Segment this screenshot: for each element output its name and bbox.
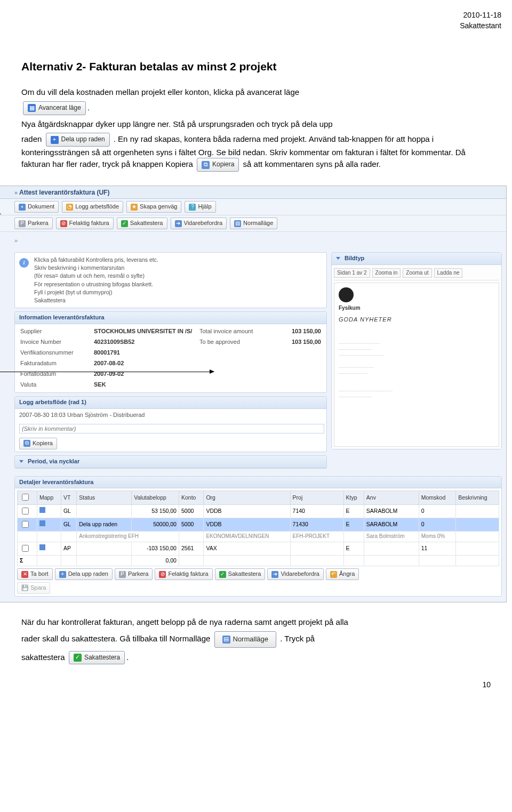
- error-icon: ⊘: [60, 220, 67, 227]
- row-checkbox[interactable]: [22, 545, 29, 552]
- instruction-tip: i Klicka på fakturabild Kontrollera pris…: [14, 252, 327, 308]
- chevron-icon[interactable]: »: [14, 237, 18, 245]
- advanced-mode-label: Avancerat läge: [38, 103, 81, 112]
- save-icon: 💾: [21, 584, 28, 591]
- action-felaktig[interactable]: ⊘Felaktig faktura: [56, 218, 114, 229]
- table-row-selected[interactable]: GL Dela upp raden 50000,00 5000 VDDB 714…: [18, 518, 499, 531]
- check-icon: ✓: [219, 571, 226, 578]
- split-row-label: Dela upp raden: [61, 135, 105, 144]
- bottom-para3b: .: [126, 652, 129, 661]
- para1-tail: .: [87, 103, 90, 112]
- doc-title: Alternativ 2- Fakturan betalas av minst …: [21, 59, 491, 75]
- forward-button[interactable]: ➜Vidarebefordra: [267, 568, 324, 580]
- save-button[interactable]: 💾Spara: [17, 582, 50, 594]
- row-checkbox[interactable]: [22, 521, 29, 528]
- star-icon: ★: [131, 204, 138, 211]
- log-icon: ◔: [66, 204, 73, 211]
- info-panel-title: Information leverantörsfaktura: [19, 313, 105, 322]
- chevron-down-icon: [19, 460, 23, 463]
- park-icon: P: [119, 571, 126, 578]
- error-icon: ⊘: [159, 571, 166, 578]
- period-panel[interactable]: Period, via nycklar: [14, 455, 327, 469]
- park-button[interactable]: PParkera: [115, 568, 153, 580]
- copy-icon: ⧉: [202, 161, 210, 169]
- action-normallage[interactable]: ▤Normalläge: [230, 218, 277, 229]
- zoom-in-button[interactable]: Zooma in: [372, 268, 401, 278]
- log-entry: 2007-08-30 18:03 Urban Sjöström - Distri…: [15, 409, 326, 422]
- log-title: Logg arbetsflöde (rad 1): [15, 397, 326, 409]
- header-role: Sakattestant: [460, 20, 501, 31]
- folder-icon[interactable]: [39, 507, 45, 513]
- undo-button[interactable]: ↶Ångra: [326, 568, 359, 580]
- info-panel: Information leverantörsfaktura SupplierS…: [14, 311, 327, 393]
- plus-icon: +: [51, 136, 59, 144]
- forward-icon: ➜: [175, 220, 182, 227]
- table-row[interactable]: AP -103 150,00 2561 VAX E 11: [18, 542, 499, 555]
- split-row-button-inline[interactable]: + Dela upp raden: [46, 133, 110, 146]
- info-icon: i: [19, 258, 29, 268]
- folder-icon[interactable]: [39, 544, 45, 550]
- copy-icon: ⧉: [23, 440, 30, 447]
- chevron-icon[interactable]: »: [14, 189, 18, 197]
- action-vidarebefordra[interactable]: ➜Vidarebefordra: [171, 218, 227, 229]
- header-date: 2010-11-18: [460, 10, 501, 20]
- attest-label: Sakattestera: [84, 653, 120, 662]
- advanced-mode-button-inline[interactable]: ▦ Avancerat läge: [23, 101, 86, 115]
- window-title: Attest leverantörsfaktura (UF): [19, 189, 109, 196]
- check-icon: ✓: [74, 654, 82, 662]
- detail-table: Mapp VT Status Valutabelopp Konto Org Pr…: [17, 491, 499, 566]
- normal-mode-button-inline[interactable]: ▤ Normalläge: [214, 631, 276, 648]
- check-icon: ✓: [121, 220, 128, 227]
- toolbar-genvag[interactable]: ★Skapa genväg: [126, 201, 181, 213]
- error-button[interactable]: ⊘Felaktig faktura: [155, 568, 212, 580]
- zoom-out-button[interactable]: Zooma ut: [403, 268, 431, 278]
- annotation-arrow: [0, 372, 214, 372]
- attest-button[interactable]: ✓Sakattestera: [215, 568, 266, 580]
- copy-button-inline[interactable]: ⧉ Kopiera: [197, 158, 239, 171]
- page-indicator: Sidan 1 av 2: [334, 268, 370, 278]
- folder-icon[interactable]: [39, 520, 45, 526]
- normal-icon: ▤: [222, 636, 230, 644]
- invoice-image[interactable]: Fysikum GODA NYHETER –––––––––––––––––––…: [334, 283, 499, 447]
- undo-icon: ↶: [330, 571, 337, 578]
- copy-label: Kopiera: [212, 160, 234, 169]
- app-screenshot: AGRESSO Huvudmeny » Attest leverantörsfa…: [0, 186, 507, 602]
- row-checkbox[interactable]: [22, 508, 29, 514]
- bottom-para1: När du har kontrollerat fakturan, angett…: [21, 616, 491, 628]
- bottom-para2b: . Tryck på: [280, 634, 315, 643]
- para1: Om du vill dela kostnaden mellan projekt…: [21, 87, 299, 97]
- chevron-down-icon[interactable]: [336, 257, 340, 260]
- detail-panel-title: Detaljer leverantörsfaktura: [19, 478, 93, 487]
- log-panel: Logg arbetsflöde (rad 1) 2007-08-30 18:0…: [14, 396, 327, 452]
- action-parkera[interactable]: PParkera: [14, 218, 53, 229]
- table-row[interactable]: GL 53 150,00 5000 VDDB 7140 E SARABOLM 0: [18, 504, 499, 518]
- download-button[interactable]: Ladda ne: [434, 268, 463, 278]
- para2a: Nya åtgärdsknappar dyker upp längre ner.…: [21, 119, 333, 128]
- normal-icon: ▤: [234, 220, 241, 227]
- help-icon: ?: [189, 204, 196, 211]
- attest-button-inline[interactable]: ✓ Sakattestera: [69, 651, 125, 664]
- toolbar-hjalp[interactable]: ?Hjälp: [185, 201, 215, 213]
- grid-icon: ▦: [28, 104, 36, 112]
- delete-icon: ✕: [21, 571, 28, 578]
- para2b: raden: [21, 134, 44, 143]
- invoice-logo: [339, 287, 354, 302]
- delete-button[interactable]: ✕Ta bort: [17, 568, 53, 580]
- para2d: så att kommentaren syns på alla rader.: [243, 159, 381, 168]
- action-sakattestera[interactable]: ✓Sakattestera: [117, 218, 167, 229]
- normal-mode-label: Normalläge: [233, 634, 268, 645]
- page-number: 10: [21, 679, 491, 690]
- toolbar-logg[interactable]: ◔Logg arbetsflöde: [62, 201, 123, 213]
- select-all-checkbox[interactable]: [22, 494, 29, 501]
- plus-icon: +: [59, 571, 66, 578]
- log-copy-button[interactable]: ⧉Kopiera: [19, 438, 57, 449]
- table-sum-row: Σ 0,00: [18, 555, 499, 566]
- park-icon: P: [19, 220, 26, 227]
- image-panel: Bildtyp Sidan 1 av 2 Zooma in Zooma ut L…: [331, 252, 502, 449]
- table-subrow: Ankomstregistrering EFH EKONOMIAVDELNING…: [18, 532, 499, 542]
- image-panel-title: Bildtyp: [345, 254, 364, 263]
- app-sidebar[interactable]: AGRESSO Huvudmeny: [0, 212, 3, 278]
- comment-input[interactable]: [19, 424, 324, 433]
- toolbar-dokument[interactable]: ▪Dokument: [14, 201, 59, 213]
- split-row-button[interactable]: +Dela upp raden: [55, 568, 113, 580]
